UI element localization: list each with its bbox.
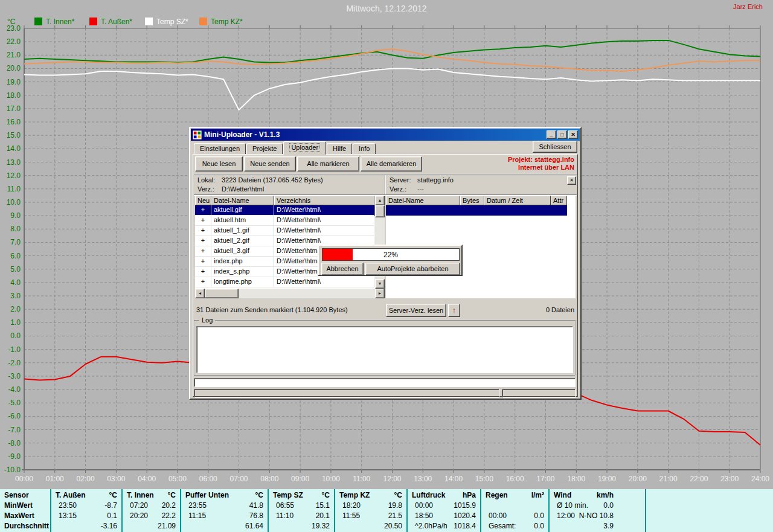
column-header-datumzeit[interactable]: Datum / Zeit xyxy=(484,196,551,205)
min-value: 1015.9 xyxy=(454,501,480,511)
server-verz-lesen-button[interactable]: Server-Verz. lesen xyxy=(386,304,446,317)
svg-text:1.0: 1.0 xyxy=(10,318,21,327)
close-icon[interactable]: ✕ xyxy=(568,130,578,139)
server-panel-close-icon[interactable]: ✕ xyxy=(567,176,576,185)
scroll-up-icon[interactable]: ▲ xyxy=(375,196,385,205)
sensor-unit: °C xyxy=(255,490,268,501)
column-header-verzeichnis[interactable]: Verzeichnis xyxy=(274,196,374,205)
server-host: stattegg.info xyxy=(417,176,454,184)
upload-arrow-icon[interactable]: ↑ xyxy=(448,304,460,317)
svg-text:-6.0: -6.0 xyxy=(8,412,21,420)
column-header-bytes[interactable]: Bytes xyxy=(460,196,484,205)
svg-text:17:00: 17:00 xyxy=(536,475,554,483)
svg-text:10:00: 10:00 xyxy=(322,475,340,483)
svg-text:9.0: 9.0 xyxy=(10,211,21,220)
file-cell: D:\Wetter\html\ xyxy=(274,205,374,216)
file-row[interactable]: +aktuell.htmD:\Wetter\html\ xyxy=(195,216,375,226)
max-value: 21.5 xyxy=(388,511,406,521)
svg-text:10.0: 10.0 xyxy=(7,198,21,207)
avg-value: 19.32 xyxy=(312,521,334,531)
sensor-column-regen: Regenl/m²00:000.0Gesamt:0.0 xyxy=(481,489,550,532)
server-info-row1: Server: stattegg.info xyxy=(390,176,454,184)
scroll-down-icon[interactable]: ▼ xyxy=(375,279,385,289)
file-row[interactable]: +aktuell_1.gifD:\Wetter\html\ xyxy=(195,226,375,236)
scroll-right-icon[interactable]: ► xyxy=(375,289,385,298)
server-directory: --- xyxy=(417,185,424,193)
tab-einstellungen[interactable]: Einstellungen xyxy=(194,143,246,155)
column-header-neu[interactable]: Neu xyxy=(195,196,211,205)
svg-text:8.0: 8.0 xyxy=(10,225,21,233)
pane-divider xyxy=(385,175,386,194)
toolbar-button-alle-markieren[interactable]: Alle markieren xyxy=(297,156,359,171)
status-row: 31 Dateien zum Senden markiert (1.104.92… xyxy=(190,303,580,318)
minimize-icon[interactable]: _ xyxy=(547,130,556,139)
column-header-datei-name[interactable]: Datei-Name xyxy=(386,196,460,205)
local-directory: D:\Wetter\html xyxy=(222,185,264,193)
svg-text:24:00: 24:00 xyxy=(751,475,769,483)
max-time: 13:15 xyxy=(51,511,77,521)
vertical-scroll-thumb[interactable] xyxy=(375,205,385,217)
svg-text:21.0: 21.0 xyxy=(7,51,21,59)
sensor-row-label: MaxWert xyxy=(0,511,50,521)
maximize-icon[interactable]: □ xyxy=(557,130,567,139)
tab-label: Einstellungen xyxy=(200,145,240,152)
local-info-row2: Verz.: D:\Wetter\html xyxy=(197,185,264,193)
svg-text:13:00: 13:00 xyxy=(414,475,432,483)
column-header-datei-name[interactable]: Datei-Name xyxy=(211,196,274,205)
local-file-count: 3223 Dateien (137.065.452 Bytes) xyxy=(222,176,323,184)
file-cell: aktuell.htm xyxy=(211,216,274,226)
svg-text:11.0: 11.0 xyxy=(7,185,21,193)
tab-uploader[interactable]: Uploader xyxy=(283,141,326,155)
toolbar-button-neue-lesen[interactable]: Neue lesen xyxy=(195,156,243,171)
file-cell: + xyxy=(195,257,211,267)
abbrechen-button[interactable]: Abbrechen xyxy=(321,263,364,275)
avg-value: 0.0 xyxy=(534,521,548,531)
autoprojekte-button[interactable]: AutoProjekte abarbeiten xyxy=(365,263,460,275)
min-value: 41.8 xyxy=(249,501,268,511)
sensor-name: Wind xyxy=(550,490,571,501)
sensor-table-filler xyxy=(646,489,773,532)
svg-text:16:00: 16:00 xyxy=(506,475,524,483)
svg-text:5.0: 5.0 xyxy=(10,265,21,274)
statusbar-left-panel xyxy=(194,389,499,398)
max-time: 12:00 xyxy=(550,511,575,521)
tab-projekte[interactable]: Projekte xyxy=(246,143,283,155)
server-selected-row[interactable] xyxy=(386,205,567,216)
max-time: 18:50 xyxy=(408,511,433,521)
file-cell: index.php xyxy=(211,257,274,267)
connection-type: Internet über LAN xyxy=(429,164,574,171)
tab-hilfe[interactable]: Hilfe xyxy=(327,143,352,155)
toolbar-button-alle-demarkieren[interactable]: Alle demarkieren xyxy=(361,156,422,171)
file-cell: D:\Wetter\html\ xyxy=(274,277,374,287)
toolbar-button-neue-senden[interactable]: Neue senden xyxy=(244,156,296,171)
horizontal-scrollbar[interactable]: ◄ ► xyxy=(195,289,385,298)
schliessen-button[interactable]: Schliessen xyxy=(533,141,577,153)
svg-text:7.0: 7.0 xyxy=(10,238,21,246)
svg-text:-8.0: -8.0 xyxy=(8,439,21,447)
min-value xyxy=(544,501,548,511)
window-title: Mini-Uploader - V1.1.3 xyxy=(204,130,545,139)
log-textarea[interactable] xyxy=(196,326,573,373)
file-cell: + xyxy=(195,267,211,277)
svg-text:19.0: 19.0 xyxy=(7,78,21,86)
sensor-unit: °C xyxy=(168,490,180,501)
svg-text:09:00: 09:00 xyxy=(291,475,309,483)
svg-text:-4.0: -4.0 xyxy=(8,385,21,394)
window-titlebar[interactable]: Mini-Uploader - V1.1.3 _ □ ✕ xyxy=(191,129,580,141)
scroll-left-icon[interactable]: ◄ xyxy=(195,289,205,298)
horizontal-scroll-thumb[interactable] xyxy=(205,289,239,298)
svg-text:12:00: 12:00 xyxy=(383,475,401,483)
file-row[interactable]: +longtime.phpD:\Wetter\html\ xyxy=(195,277,375,287)
svg-text:6.0: 6.0 xyxy=(10,252,21,260)
statusbar-right-panel xyxy=(502,389,576,398)
svg-text:03:00: 03:00 xyxy=(107,475,125,483)
tab-info[interactable]: Info xyxy=(353,143,376,155)
file-row[interactable]: +aktuell.gifD:\Wetter\html\ xyxy=(195,205,375,216)
tab-label: Info xyxy=(359,145,370,152)
sensor-column-luftdruck: LuftdruckhPa00:001015.918:501020.4^2.0hP… xyxy=(408,489,481,532)
svg-text:22:00: 22:00 xyxy=(690,475,708,483)
server-label: Server: xyxy=(390,176,417,184)
max-value: 0.1 xyxy=(107,511,121,521)
app-icon xyxy=(193,130,202,139)
column-header-attr[interactable]: Attr xyxy=(551,196,567,205)
